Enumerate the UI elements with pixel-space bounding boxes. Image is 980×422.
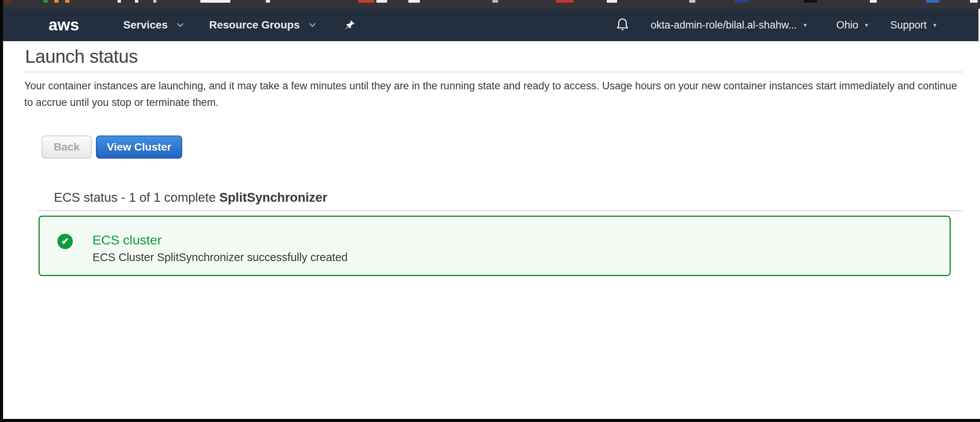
chevron-down-icon: ▾ [804, 21, 807, 29]
ecs-status-divider [37, 210, 963, 211]
ecs-status-heading-prefix: ECS status - 1 of 1 complete [54, 190, 219, 204]
support-menu[interactable]: Support ▾ [890, 9, 936, 41]
back-button[interactable]: Back [42, 136, 92, 159]
notifications-button[interactable] [616, 9, 629, 41]
nav-services-menu[interactable]: Services [123, 9, 183, 41]
favicon-fragment [734, 0, 749, 3]
aws-logo-text: aws [49, 16, 79, 34]
browser-chrome-strip [0, 0, 980, 9]
chevron-down-icon [309, 20, 315, 27]
nav-resource-groups-label: Resource Groups [209, 19, 300, 31]
ecs-cluster-success-card: ✔ ECS cluster ECS Cluster SplitSynchroni… [39, 216, 951, 276]
favicon-fragment [117, 0, 121, 3]
favicon-fragment [65, 0, 69, 3]
support-label: Support [890, 19, 927, 31]
bell-icon [616, 17, 629, 33]
pushpin-button[interactable] [344, 9, 356, 41]
success-card-text: ECS cluster ECS Cluster SplitSynchronize… [92, 233, 347, 264]
screenshot-bottom-edge [0, 419, 980, 422]
ecs-status-heading: ECS status - 1 of 1 complete SplitSynchr… [54, 189, 963, 205]
pushpin-icon [344, 19, 356, 31]
intro-text: Your container instances are launching, … [24, 78, 963, 111]
nav-services-label: Services [123, 19, 168, 31]
favicon-fragment [200, 0, 230, 3]
favicon-fragment [689, 0, 695, 3]
region-menu[interactable]: Ohio ▾ [836, 9, 868, 41]
favicon-fragment [5, 0, 11, 3]
aws-navbar: aws Services Resource Groups okta-admin-… [0, 9, 978, 41]
account-label: okta-admin-role/bilal.al-shahw... [651, 19, 797, 31]
chevron-down-icon: ▾ [933, 21, 937, 29]
title-divider [24, 72, 963, 72]
ecs-status-resource-name: SplitSynchronizer [219, 190, 327, 204]
favicon-fragment [492, 0, 498, 3]
favicon-fragment [358, 0, 374, 3]
favicon-fragment [266, 0, 270, 3]
favicon-fragment [607, 0, 617, 3]
favicon-fragment [804, 0, 817, 3]
check-glyph: ✔ [61, 236, 69, 247]
page-title: Launch status [25, 47, 963, 67]
chevron-down-icon [177, 20, 184, 27]
favicon-fragment [408, 0, 420, 3]
check-circle-icon: ✔ [57, 234, 73, 249]
button-row: Back View Cluster [42, 136, 963, 159]
success-card-message: ECS Cluster SplitSynchronizer successful… [92, 251, 347, 264]
favicon-fragment [970, 0, 978, 3]
favicon-fragment [556, 0, 574, 3]
success-card-title: ECS cluster [92, 233, 347, 247]
region-label: Ohio [836, 19, 858, 31]
chevron-down-icon: ▾ [865, 21, 868, 29]
favicon-fragment [926, 0, 939, 3]
aws-logo[interactable]: aws [49, 9, 79, 41]
favicon-fragment [153, 0, 156, 3]
favicon-fragment [376, 0, 387, 3]
favicon-fragment [44, 0, 48, 3]
main-content: Launch status Your container instances a… [24, 41, 963, 276]
screenshot-left-edge [0, 0, 3, 422]
favicon-fragment [135, 0, 138, 3]
account-menu[interactable]: okta-admin-role/bilal.al-shahw... ▾ [651, 9, 807, 41]
favicon-fragment [54, 0, 59, 3]
view-cluster-button[interactable]: View Cluster [96, 136, 182, 159]
favicon-fragment [870, 0, 877, 3]
nav-resource-groups-menu[interactable]: Resource Groups [209, 9, 315, 41]
